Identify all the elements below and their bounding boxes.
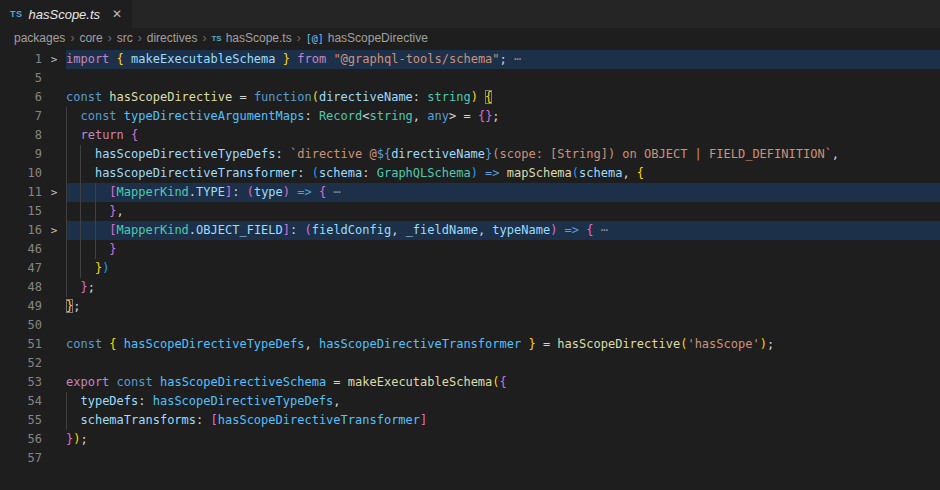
- code-token: [478, 166, 485, 180]
- breadcrumb-label: hasScope.ts: [226, 31, 292, 45]
- code-line[interactable]: 55 schemaTransforms: [hasScopeDirectiveT…: [0, 411, 940, 430]
- breadcrumb-item-directives[interactable]: directives: [147, 31, 198, 45]
- code-line[interactable]: 15 },: [0, 202, 940, 221]
- code-line[interactable]: 49};: [0, 297, 940, 316]
- breadcrumb-item-hasscopedirective[interactable]: [@]hasScopeDirective: [306, 31, 428, 45]
- line-number[interactable]: 16: [0, 221, 42, 240]
- code-token: (: [304, 223, 311, 237]
- code-token: [66, 185, 109, 199]
- code-token: [117, 337, 124, 351]
- code-token: const: [66, 90, 102, 104]
- code-line[interactable]: 53export const hasScopeDirectiveSchema =…: [0, 373, 940, 392]
- code-token: ,: [622, 166, 636, 180]
- code-token: string: [427, 90, 470, 104]
- line-number[interactable]: 10: [0, 164, 42, 183]
- breadcrumb-item-hasscope-ts[interactable]: TShasScope.ts: [211, 31, 291, 45]
- folded-code-ellipsis: ⋯: [326, 185, 340, 199]
- breadcrumb-item-packages[interactable]: packages: [14, 31, 65, 45]
- line-number[interactable]: 46: [0, 240, 42, 259]
- code-line-content: [MapperKind.TYPE]: (type) => { ⋯: [66, 183, 940, 202]
- code-line[interactable]: 5: [0, 69, 940, 88]
- fold-gutter: [42, 69, 66, 88]
- code-line-content: }): [66, 259, 940, 278]
- line-number[interactable]: 9: [0, 145, 42, 164]
- code-line[interactable]: 51const { hasScopeDirectiveTypeDefs, has…: [0, 335, 940, 354]
- code-token: MapperKind: [117, 223, 189, 237]
- breadcrumb-separator: ›: [70, 31, 74, 45]
- breadcrumb-item-src[interactable]: src: [117, 31, 133, 45]
- code-editor[interactable]: 1>import { makeExecutableSchema } from "…: [0, 48, 940, 490]
- code-token: const: [66, 337, 102, 351]
- code-token: from: [297, 52, 326, 66]
- code-line[interactable]: 48 };: [0, 278, 940, 297]
- line-number[interactable]: 1: [0, 50, 42, 69]
- code-line[interactable]: 47 }): [0, 259, 940, 278]
- tab-hasscope[interactable]: TS hasScope.ts ✕: [0, 0, 132, 28]
- code-token: :: [362, 166, 376, 180]
- code-token: :: [304, 109, 318, 123]
- line-number[interactable]: 51: [0, 335, 42, 354]
- code-line[interactable]: 54 typeDefs: hasScopeDirectiveTypeDefs,: [0, 392, 940, 411]
- line-number[interactable]: 8: [0, 126, 42, 145]
- code-token: (: [312, 166, 319, 180]
- code-token: `directive @: [290, 147, 377, 161]
- line-number[interactable]: 6: [0, 88, 42, 107]
- code-token: hasScopeDirective: [109, 90, 232, 104]
- code-token: [66, 394, 80, 408]
- fold-chevron-icon[interactable]: >: [42, 183, 66, 202]
- code-line[interactable]: 11> [MapperKind.TYPE]: (type) => { ⋯: [0, 183, 940, 202]
- line-number[interactable]: 56: [0, 430, 42, 449]
- code-line[interactable]: 16> [MapperKind.OBJECT_FIELD]: (fieldCon…: [0, 221, 940, 240]
- code-line[interactable]: 6const hasScopeDirective = function(dire…: [0, 88, 940, 107]
- code-line[interactable]: 56});: [0, 430, 940, 449]
- line-number[interactable]: 15: [0, 202, 42, 221]
- fold-gutter: [42, 107, 66, 126]
- line-number[interactable]: 7: [0, 107, 42, 126]
- code-token: ]: [283, 223, 290, 237]
- breadcrumb-separator: ›: [138, 31, 142, 45]
- breadcrumb-item-core[interactable]: core: [79, 31, 102, 45]
- code-token: [66, 280, 80, 294]
- code-line-content: [66, 69, 940, 88]
- line-number[interactable]: 55: [0, 411, 42, 430]
- code-line[interactable]: 9 hasScopeDirectiveTypeDefs: `directive …: [0, 145, 940, 164]
- line-number[interactable]: 57: [0, 449, 42, 468]
- line-number[interactable]: 5: [0, 69, 42, 88]
- code-line-content: import { makeExecutableSchema } from "@g…: [66, 50, 940, 69]
- line-number[interactable]: 49: [0, 297, 42, 316]
- code-token: ,: [391, 223, 405, 237]
- code-token: any: [427, 109, 449, 123]
- vscode-editor-window: TS hasScope.ts ✕ packages›core›src›direc…: [0, 0, 940, 490]
- code-line[interactable]: 10 hasScopeDirectiveTransformer: (schema…: [0, 164, 940, 183]
- code-token: {: [131, 128, 138, 142]
- code-token: ;: [767, 337, 774, 351]
- line-number[interactable]: 52: [0, 354, 42, 373]
- code-line[interactable]: 7 const typeDirectiveArgumentMaps: Recor…: [0, 107, 940, 126]
- code-line[interactable]: 57: [0, 449, 940, 468]
- typescript-file-icon: TS: [211, 34, 221, 43]
- line-number[interactable]: 54: [0, 392, 42, 411]
- code-line[interactable]: 46 }: [0, 240, 940, 259]
- code-token: :: [413, 90, 427, 104]
- code-line-content: export const hasScopeDirectiveSchema = m…: [66, 373, 940, 392]
- code-line[interactable]: 52: [0, 354, 940, 373]
- line-number[interactable]: 53: [0, 373, 42, 392]
- line-number[interactable]: 50: [0, 316, 42, 335]
- code-token: [153, 375, 160, 389]
- code-token: OBJECT_FIELD: [196, 223, 283, 237]
- code-token: hasScopeDirectiveSchema: [160, 375, 326, 389]
- line-number[interactable]: 48: [0, 278, 42, 297]
- code-line[interactable]: 50: [0, 316, 940, 335]
- code-token: :: [138, 394, 152, 408]
- line-number[interactable]: 11: [0, 183, 42, 202]
- fold-gutter: [42, 145, 66, 164]
- fold-chevron-icon[interactable]: >: [42, 50, 66, 69]
- code-token: ;: [80, 432, 87, 446]
- fold-chevron-icon[interactable]: >: [42, 221, 66, 240]
- fold-gutter: [42, 126, 66, 145]
- code-line[interactable]: 8 return {: [0, 126, 940, 145]
- code-line[interactable]: 1>import { makeExecutableSchema } from "…: [0, 50, 940, 69]
- code-token: ,: [478, 223, 492, 237]
- line-number[interactable]: 47: [0, 259, 42, 278]
- close-icon[interactable]: ✕: [112, 8, 122, 20]
